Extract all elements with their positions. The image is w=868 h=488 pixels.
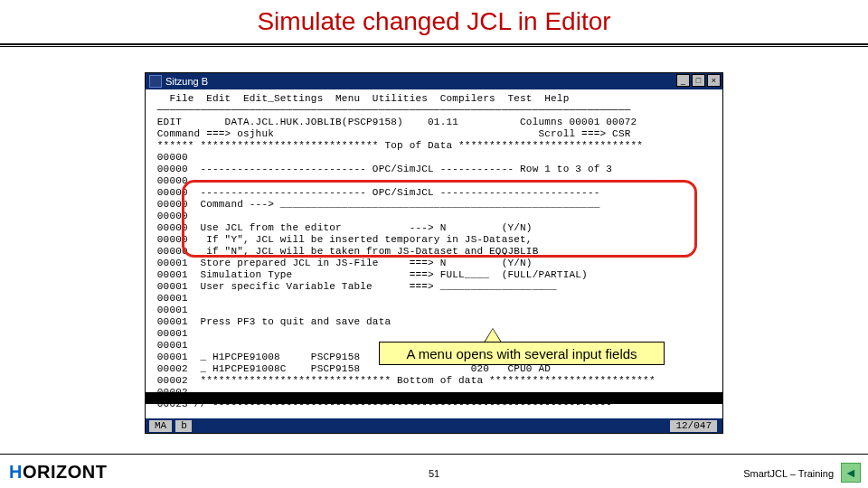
status-b: b (175, 420, 192, 432)
close-button[interactable]: × (707, 74, 721, 87)
rule-top-thick (0, 43, 868, 45)
callout-arrow (484, 328, 502, 343)
top-of-data: ****** ***************************** Top… (151, 140, 643, 151)
app-icon (149, 75, 162, 88)
back-icon[interactable]: ◄ (841, 463, 861, 483)
status-pos: 12/047 (670, 420, 717, 432)
slide-title: Simulate changed JCL in Editor (0, 7, 868, 36)
edit-line: EDIT DATA.JCL.HUK.JOBLIB(PSCP9158) 01.11… (151, 117, 637, 127)
window-buttons: _ □ × (676, 74, 721, 87)
terminal-body: File Edit Edit_Settings Menu Utilities C… (146, 89, 722, 418)
callout-text: A menu opens with several input fields (406, 346, 637, 361)
status-ma: MA (149, 420, 172, 432)
window-title: Sitzung B (165, 76, 208, 87)
maximize-button[interactable]: □ (692, 74, 705, 87)
terminal-window: Sitzung B _ □ × File Edit Edit_Settings … (145, 72, 723, 434)
minimize-button[interactable]: _ (676, 74, 690, 87)
black-strip (146, 392, 722, 404)
slide: Simulate changed JCL in Editor Sitzung B… (0, 0, 868, 488)
menu-line: File Edit Edit_Settings Menu Utilities C… (151, 93, 569, 104)
page-number: 51 (429, 468, 439, 479)
footer-right-text: SmartJCL – Training (743, 468, 834, 479)
window-statusbar: MA b 12/047 (146, 418, 722, 433)
footer: HORIZONT 51 SmartJCL – Training ◄ (0, 454, 868, 488)
footer-logo: HORIZONT (9, 462, 107, 483)
window-titlebar: Sitzung B _ □ × (146, 73, 722, 89)
command-line: Command ===> osjhuk Scroll ===> CSR (151, 128, 630, 139)
callout-box: A menu opens with several input fields (379, 342, 665, 365)
rule-top-thin (0, 46, 868, 47)
